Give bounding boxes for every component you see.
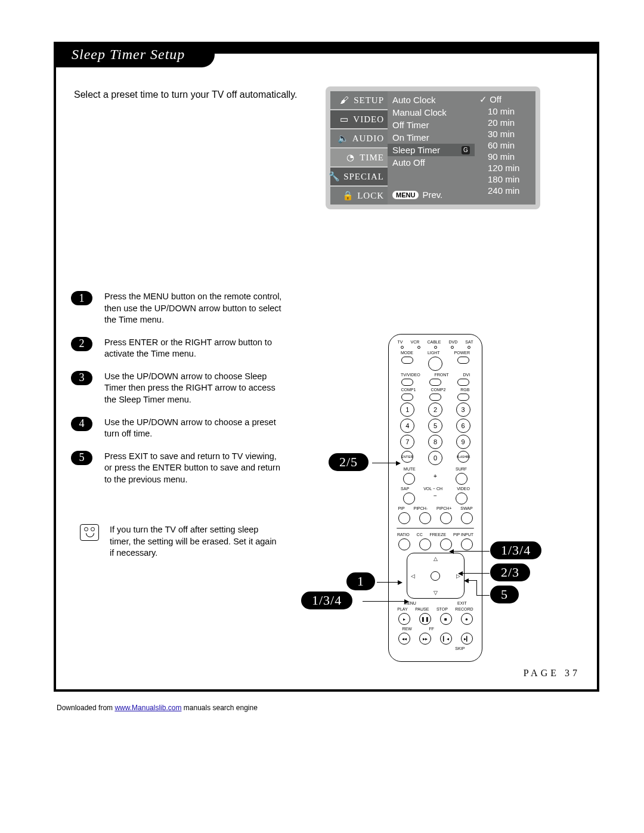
remote-label: PIPCH+ [436, 506, 451, 510]
manualslib-link[interactable]: www.Manualslib.com [114, 704, 181, 712]
remote-num: 1 [400, 402, 414, 417]
remote-label: STOP [436, 607, 448, 611]
remote-num: 7 [400, 435, 414, 449]
osd-tab-video: ▭ VIDEO [330, 110, 388, 128]
remote-num: 4 [400, 419, 414, 433]
remote-num: 5 [428, 419, 442, 433]
remote-flashbk: FLASHBK [457, 451, 469, 463]
osd-options: Off 10 min 20 min 30 min 60 min 90 min 1… [475, 91, 535, 205]
osd-option: 30 min [479, 128, 531, 140]
remote-label: SAT [465, 340, 473, 344]
remote-enter: ENTER [401, 451, 413, 463]
remote-label: DVD [448, 340, 457, 344]
step-text: Press ENTER or the RIGHT arrow button to… [104, 337, 286, 360]
callout-line [469, 580, 476, 581]
page-number: PAGE 37 [524, 668, 580, 679]
step-number: 4 [71, 417, 92, 431]
paint-icon: 🖌 [339, 95, 350, 106]
remote-label: LIGHT [428, 351, 440, 355]
g-badge-icon: G [462, 146, 470, 154]
remote-label: VOL [423, 487, 432, 491]
callout-line [372, 463, 396, 463]
remote-label: PIP INPUT [453, 532, 473, 537]
remote-label: RATIO [397, 532, 410, 537]
osd-item-selected: Sleep Timer G [388, 144, 475, 156]
remote-label: CC [417, 532, 423, 537]
osd-option: Off [479, 94, 531, 106]
remote-label: PIP [398, 506, 404, 510]
step-1: 1 Press the MENU button on the remote co… [71, 291, 286, 326]
callout-line [377, 582, 398, 583]
osd-option: 60 min [479, 140, 531, 151]
step-text: Press the MENU button on the remote cont… [104, 291, 286, 326]
osd-option: 240 min [479, 185, 531, 196]
remote-label: PAUSE [415, 607, 429, 611]
remote-num: 9 [456, 435, 470, 449]
remote-label: FF [429, 627, 434, 631]
remote-num: 6 [456, 419, 470, 433]
remote-diagram: TV VCR CABLE DVD SAT MODE LIGHT POWER TV… [308, 334, 564, 674]
step-number: 2 [71, 337, 92, 351]
section-title: Sleep Timer Setup [54, 42, 215, 67]
osd-tab-audio: 🔈 AUDIO [330, 129, 388, 147]
step-list: 1 Press the MENU button on the remote co… [71, 291, 286, 485]
manual-page: Sleep Timer Setup Select a preset time t… [54, 42, 599, 692]
callout-2-5: 2/5 [329, 453, 369, 471]
remote-label: MUTE [404, 467, 416, 471]
remote-label: TV/VIDEO [401, 373, 420, 377]
screen-icon: ▭ [339, 114, 349, 125]
osd-label: SPECIAL [343, 172, 384, 182]
step-2: 2 Press ENTER or the RIGHT arrow button … [71, 337, 286, 360]
surf-btn [456, 473, 467, 485]
step-text: Use the UP/DOWN arrow to choose a preset… [104, 417, 286, 440]
remote-label: TV [398, 340, 403, 344]
remote-label: REW [402, 627, 411, 631]
callout-1-3-4-left: 1/3/4 [301, 592, 352, 609]
remote-label: SAP [401, 487, 409, 491]
remote-label: PLAY [397, 607, 407, 611]
osd-item: Manual Clock [392, 106, 470, 119]
download-footer: Downloaded from www.Manualslib.com manua… [57, 704, 599, 712]
callout-line [454, 551, 490, 552]
remote-label: POWER [454, 351, 470, 355]
note-text: If you turn the TV off after setting sle… [110, 524, 277, 559]
speaker-icon: 🔈 [338, 133, 349, 144]
step-number: 5 [71, 451, 92, 465]
osd-selected-label: Sleep Timer [392, 145, 440, 155]
osd-tab-setup: 🖌 SETUP [330, 91, 388, 109]
callout-2-3: 2/3 [490, 563, 530, 581]
remote-label: FREEZE [430, 532, 447, 537]
remote-label: CABLE [427, 340, 441, 344]
step-4: 4 Use the UP/DOWN arrow to choose a pres… [71, 417, 286, 440]
osd-menu: 🖌 SETUP ▭ VIDEO 🔈 AUDIO ◔ TIME 🔧 SP [326, 86, 540, 209]
osd-submenu: Auto Clock Manual Clock Off Timer On Tim… [388, 91, 475, 205]
osd-label: VIDEO [353, 114, 384, 125]
remote-label: CH [436, 487, 442, 491]
remote-num: 8 [428, 435, 442, 449]
osd-tab-special: 🔧 SPECIAL [330, 168, 388, 185]
remote-label: DVI [463, 373, 470, 377]
remote-label: RECORD [455, 607, 473, 611]
dl-prefix: Downloaded from [57, 704, 114, 712]
callout-line [463, 573, 490, 574]
osd-sidebar: 🖌 SETUP ▭ VIDEO 🔈 AUDIO ◔ TIME 🔧 SP [330, 91, 388, 205]
osd-tab-lock: 🔒 LOCK [330, 187, 388, 205]
osd-item: On Timer [392, 131, 470, 144]
remote-label: SWAP [460, 506, 472, 510]
step-3: 3 Use the UP/DOWN arrow to choose Sleep … [71, 371, 286, 406]
osd-option: 10 min [479, 106, 531, 117]
dl-suffix: manuals search engine [184, 704, 258, 712]
osd-label: AUDIO [352, 134, 384, 144]
prev-label: Prev. [422, 190, 442, 200]
remote-label: VCR [411, 340, 420, 344]
lock-icon: 🔒 [343, 190, 354, 201]
remote-num: 3 [456, 402, 470, 417]
step-text: Press EXIT to save and return to TV view… [104, 451, 286, 486]
step-text: Use the UP/DOWN arrow to choose Sleep Ti… [104, 371, 286, 406]
osd-tab-time: ◔ TIME [330, 148, 388, 166]
remote-num: 0 [428, 451, 442, 465]
remote-num: 2 [428, 402, 442, 417]
step-number: 3 [71, 371, 92, 385]
remote-label: PIPCH- [413, 506, 428, 510]
callout-line [476, 595, 490, 596]
